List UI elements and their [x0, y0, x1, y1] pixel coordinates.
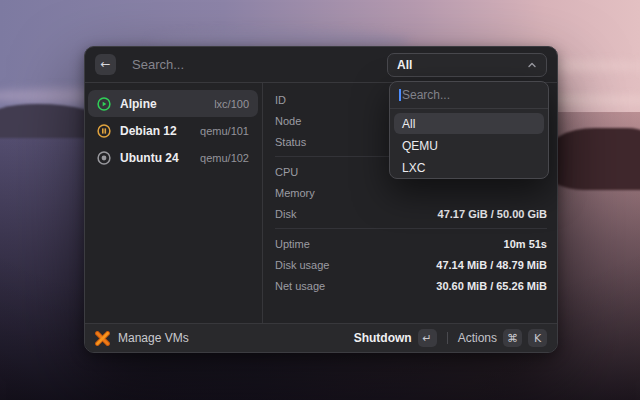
- actions-button[interactable]: Actions ⌘ K: [458, 329, 547, 347]
- filter-dropdown: Search... All QEMU LXC: [389, 81, 549, 179]
- detail-value: 47.14 MiB / 48.79 MiB: [436, 259, 547, 271]
- arrow-left-icon: ←: [100, 57, 110, 71]
- vm-id: qemu/102: [200, 152, 249, 164]
- app-label: Manage VMs: [118, 331, 189, 345]
- vm-list-item-ubuntu[interactable]: Ubuntu 24 qemu/102: [88, 144, 258, 171]
- detail-value: 30.60 MiB / 65.26 MiB: [436, 280, 547, 292]
- dropdown-search-placeholder: Search...: [402, 88, 450, 102]
- vm-list: Alpine lxc/100 Debian 12 qemu/101 Ubuntu…: [85, 83, 263, 323]
- play-circle-icon: [97, 97, 111, 111]
- dropdown-option-qemu[interactable]: QEMU: [394, 135, 544, 156]
- vm-list-item-alpine[interactable]: Alpine lxc/100: [88, 90, 258, 117]
- search-input[interactable]: [132, 57, 387, 72]
- detail-label: CPU: [275, 166, 298, 178]
- dropdown-option-lxc[interactable]: LXC: [394, 157, 544, 178]
- footer-brand: Manage VMs: [95, 331, 189, 346]
- k-key-icon: K: [528, 329, 547, 347]
- detail-group-divider: [275, 228, 547, 229]
- stop-circle-icon: [97, 151, 111, 165]
- detail-row-disk-usage: Disk usage 47.14 MiB / 48.79 MiB: [275, 254, 547, 275]
- vm-name: Debian 12: [120, 124, 177, 138]
- footer-actions: Shutdown ↵ Actions ⌘ K: [354, 329, 547, 347]
- detail-label: Uptime: [275, 238, 310, 250]
- vm-name: Ubuntu 24: [120, 151, 179, 165]
- topbar: ← All: [85, 47, 557, 83]
- dropdown-search-input[interactable]: Search...: [390, 82, 548, 109]
- enter-key-icon: ↵: [418, 329, 437, 347]
- back-button[interactable]: ←: [95, 54, 116, 75]
- vm-id: qemu/101: [200, 125, 249, 137]
- shutdown-label: Shutdown: [354, 331, 412, 345]
- footer-bar: Manage VMs Shutdown ↵ Actions ⌘ K: [85, 323, 557, 352]
- detail-label: Memory: [275, 187, 315, 199]
- text-cursor: [399, 89, 401, 101]
- detail-label: Disk usage: [275, 259, 329, 271]
- chevron-up-icon: [527, 60, 537, 70]
- footer-divider: [447, 332, 448, 344]
- detail-value: 47.17 GiB / 50.00 GiB: [438, 208, 547, 220]
- detail-row-disk: Disk 47.17 GiB / 50.00 GiB: [275, 203, 547, 224]
- proxmox-logo-icon: [95, 331, 110, 346]
- detail-row-uptime: Uptime 10m 51s: [275, 233, 547, 254]
- dropdown-option-all[interactable]: All: [394, 113, 544, 134]
- detail-row-memory: Memory: [275, 182, 547, 203]
- vm-name: Alpine: [120, 97, 157, 111]
- detail-label: Node: [275, 115, 301, 127]
- dropdown-options: All QEMU LXC: [390, 109, 548, 179]
- actions-label: Actions: [458, 331, 497, 345]
- vm-command-palette-window: ← All Alpine lxc/100 Debian: [84, 46, 558, 353]
- pause-circle-icon: [97, 124, 111, 138]
- filter-select[interactable]: All: [387, 53, 547, 77]
- detail-label: Status: [275, 136, 306, 148]
- vm-id: lxc/100: [214, 98, 249, 110]
- vm-list-item-debian[interactable]: Debian 12 qemu/101: [88, 117, 258, 144]
- detail-row-net-usage: Net usage 30.60 MiB / 65.26 MiB: [275, 275, 547, 296]
- detail-label: ID: [275, 94, 286, 106]
- detail-label: Disk: [275, 208, 296, 220]
- detail-label: Net usage: [275, 280, 325, 292]
- command-key-icon: ⌘: [503, 329, 522, 347]
- shutdown-button[interactable]: Shutdown ↵: [354, 329, 437, 347]
- filter-select-value: All: [397, 58, 412, 72]
- detail-value: 10m 51s: [504, 238, 547, 250]
